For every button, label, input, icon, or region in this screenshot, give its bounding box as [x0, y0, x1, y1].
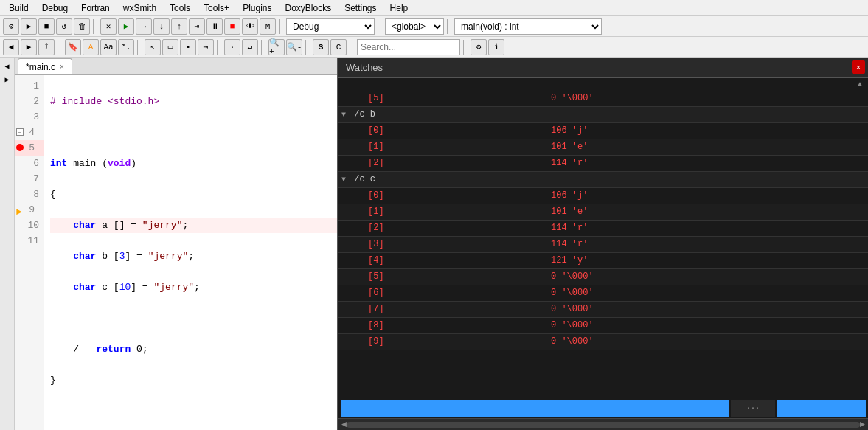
menu-help[interactable]: Help	[384, 1, 414, 15]
watch-c-4-row: [4] 121 'y'	[338, 252, 868, 268]
search-input[interactable]	[357, 39, 460, 55]
run-btn[interactable]: ▶	[21, 18, 37, 35]
step-in-btn[interactable]: ↓	[153, 18, 170, 35]
step-out-btn[interactable]: ↑	[171, 18, 187, 35]
comment-btn[interactable]: C	[330, 39, 347, 55]
pause-btn[interactable]: ⏸	[206, 18, 223, 35]
watch-c-6-row: [6] 0 '\000'	[338, 285, 868, 301]
menubar: Build Debug Fortran wxSmith Tools Tools+…	[0, 0, 868, 16]
menu-settings[interactable]: Settings	[338, 1, 382, 15]
sidebar-icon-1[interactable]: ◀	[1, 60, 13, 72]
highlight-btn[interactable]: A	[83, 39, 99, 55]
menu-build[interactable]: Build	[3, 1, 35, 15]
info-btn[interactable]: ℹ	[488, 39, 504, 55]
zoom-in-btn[interactable]: 🔍+	[268, 39, 285, 55]
mem-btn[interactable]: M	[260, 18, 276, 35]
breakpoint-5[interactable]	[16, 144, 24, 151]
watch-c-0-value: 106 'j'	[545, 187, 810, 204]
build-config-select[interactable]: Debug	[286, 18, 375, 35]
watch-c-2-value: 114 'r'	[545, 220, 810, 236]
watch-c-5-index: [5]	[338, 268, 545, 285]
watches-right-btn[interactable]	[777, 400, 866, 417]
abort-btn[interactable]: ✕	[100, 18, 117, 35]
watch-c-7-value: 0 '\000'	[545, 301, 810, 317]
tab-btn[interactable]: ⇥	[198, 39, 214, 55]
expand-b-btn[interactable]: ▼	[341, 111, 346, 119]
line-num-2: 2	[15, 94, 44, 109]
stop-btn[interactable]: ■	[38, 18, 55, 35]
watch-c-7-row: [7] 0 '\000'	[338, 301, 868, 317]
watch-c-4-index: [4]	[338, 252, 545, 268]
watch-b-5-row: [5] 0 '\000'	[338, 90, 868, 106]
next-btn[interactable]: ▶	[21, 39, 37, 55]
zoom-out-btn[interactable]: 🔍-	[286, 39, 302, 55]
step-over-btn[interactable]: →	[136, 18, 152, 35]
watch-c-9-index: [9]	[338, 333, 545, 350]
watch-c-3-index: [3]	[338, 236, 545, 252]
function-select[interactable]: main(void) : int	[454, 18, 602, 35]
wrap-btn[interactable]: ↵	[242, 39, 258, 55]
watches-table[interactable]: [5] 0 '\000' ▼ /c b [0] 106 '	[338, 90, 868, 398]
tab-close-btn[interactable]: ×	[60, 63, 64, 71]
menu-tools[interactable]: Tools	[164, 1, 196, 15]
menu-doxyblocks[interactable]: DoxyBlocks	[280, 1, 338, 15]
scroll-right-btn[interactable]: ►	[860, 420, 865, 430]
menu-plugins[interactable]: Plugins	[237, 1, 277, 15]
watches-hscrollbar[interactable]	[347, 422, 860, 428]
scroll-up-icon[interactable]: ▲	[858, 80, 862, 89]
line-num-6: 6	[15, 156, 44, 171]
debug-run-btn[interactable]: ▶	[118, 18, 134, 35]
watch-c-6-index: [6]	[338, 285, 545, 301]
main-area: ◀ ▶ *main.c × 1 2	[0, 58, 868, 430]
rebuild-btn[interactable]: ↺	[56, 18, 72, 35]
line-num-5: 5	[15, 140, 44, 156]
watch-section-c-label: ▼ /c c	[338, 171, 868, 187]
rect2-btn[interactable]: ▪	[180, 39, 196, 55]
watches-add-input[interactable]	[341, 400, 729, 417]
watches-data-table: [5] 0 '\000' ▼ /c b [0] 106 '	[338, 90, 868, 350]
case-btn[interactable]: Aa	[100, 39, 117, 55]
line-num-4: − 4	[15, 125, 44, 140]
fold-icon-4[interactable]: −	[16, 128, 24, 136]
settings2-btn[interactable]: ⚙	[471, 39, 487, 55]
line-num-1: 1	[15, 78, 44, 94]
clean-btn[interactable]: 🗑	[74, 18, 90, 35]
bold-btn[interactable]: S	[313, 39, 329, 55]
prev-btn[interactable]: ◀	[3, 39, 19, 55]
tab-main-c[interactable]: *main.c ×	[18, 58, 72, 74]
watch-b-1-index: [1]	[338, 139, 545, 155]
menu-wxsmith[interactable]: wxSmith	[117, 1, 162, 15]
watches-panel: Watches × ▲ [5] 0 '\000'	[337, 58, 868, 430]
match-btn[interactable]: *.	[118, 39, 134, 55]
watches-mid-btn[interactable]: ···	[731, 400, 775, 417]
show-ws-btn[interactable]: ·	[224, 39, 240, 55]
watch-b-0-row: [0] 106 'j'	[338, 122, 868, 139]
sep1	[93, 19, 97, 34]
build-btn[interactable]: ⚙	[3, 18, 19, 35]
bookmark-btn[interactable]: 🔖	[65, 39, 81, 55]
sep11	[463, 40, 468, 55]
rect-btn[interactable]: ▭	[162, 39, 178, 55]
cursor-btn[interactable]: ↖	[145, 39, 161, 55]
watches-close-btn[interactable]: ×	[852, 60, 865, 74]
watch-c-8-index: [8]	[338, 317, 545, 333]
menu-fortran[interactable]: Fortran	[75, 1, 116, 15]
sep10	[350, 40, 354, 55]
menu-tools-plus[interactable]: Tools+	[198, 1, 235, 15]
run-to-cursor-btn[interactable]: ⇥	[189, 18, 205, 35]
expand-c-btn[interactable]: ▼	[341, 176, 346, 184]
stop-debug-btn[interactable]: ■	[224, 18, 240, 35]
watch-section-b-label: ▼ /c b	[338, 106, 868, 122]
watch-b-5-value: 0 '\000'	[545, 90, 810, 106]
scope-select[interactable]: <global>	[385, 18, 444, 35]
jump-btn[interactable]: ⤴	[38, 39, 55, 55]
menu-debug[interactable]: Debug	[36, 1, 74, 15]
watch-b-0-index: [0]	[338, 122, 545, 139]
scroll-left-btn[interactable]: ◄	[341, 420, 347, 430]
sidebar-icon-2[interactable]: ▶	[1, 74, 13, 86]
watches-btn[interactable]: 👁	[242, 18, 258, 35]
watch-b-2-value: 114 'r'	[545, 155, 810, 171]
watches-scrollbar-area: ◄ ►	[338, 418, 868, 430]
sep2	[279, 19, 283, 34]
watch-b-1-row: [1] 101 'e'	[338, 139, 868, 155]
